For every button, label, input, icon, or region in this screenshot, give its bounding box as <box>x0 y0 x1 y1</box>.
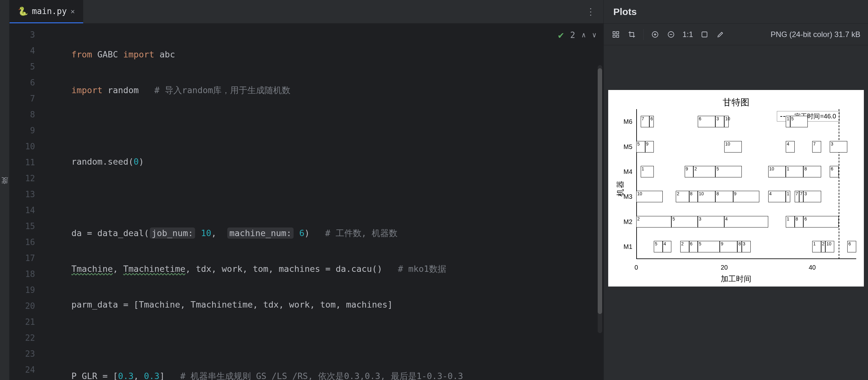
code-line: Tmachine, Tmachinetime, tdx, work, tom, … <box>44 261 603 277</box>
chart-ytick: M5 <box>623 143 632 150</box>
gantt-bar: 6 <box>689 241 698 252</box>
svg-rect-1 <box>617 32 619 34</box>
code-line <box>44 332 603 348</box>
gantt-bar: 9 <box>645 141 654 152</box>
tool-window-strip[interactable]: 度 <box>0 0 9 380</box>
editor-body[interactable]: 3 4 5 6 7 8 9 10 11 12 13 14 15 16 17 18… <box>9 24 603 380</box>
line-number: 8 <box>9 107 44 122</box>
line-number: 20 <box>9 298 44 314</box>
chart-finish-line <box>839 109 839 259</box>
prev-problem-icon[interactable]: ∧ <box>582 31 586 39</box>
chart-xtick: 20 <box>721 264 728 271</box>
plots-tool-window: Plots 1:1 PNG (24-bit color) 31.7 kB 甘特图… <box>603 0 868 380</box>
gantt-bar: 7 <box>641 116 650 127</box>
line-number: 21 <box>9 314 44 330</box>
gantt-bar: 9 <box>720 241 737 252</box>
gantt-bar: 10 <box>724 141 742 152</box>
line-number: 9 <box>9 122 44 139</box>
gantt-bar: 1 <box>641 166 654 177</box>
gantt-bar: 2 <box>693 166 715 177</box>
svg-rect-6 <box>702 32 707 37</box>
edit-icon[interactable] <box>716 31 725 38</box>
next-problem-icon[interactable]: ∨ <box>592 31 596 39</box>
code-line: from GABC import abc <box>44 47 603 62</box>
file-tab-main-py[interactable]: 🐍 main.py ✕ <box>9 0 83 23</box>
gantt-bar: 3 <box>698 216 724 228</box>
gantt-bar: 4 <box>724 216 768 228</box>
zoom-in-icon[interactable] <box>651 31 659 38</box>
gantt-bar: 7 <box>812 141 821 152</box>
gantt-bar: 8 <box>737 241 742 252</box>
line-number: 10 <box>9 139 44 154</box>
gantt-bar: 1 <box>786 216 795 228</box>
gantt-bar: 2 <box>680 241 689 252</box>
line-number: 4 <box>9 43 44 59</box>
chart-xtick: 0 <box>634 264 638 271</box>
gantt-bar: 2 <box>636 216 671 228</box>
settings-icon[interactable] <box>700 31 709 38</box>
gantt-bar: 5 <box>715 166 742 177</box>
code-line: parm_data = [Tmachine, Tmachinetime, tdx… <box>44 297 603 313</box>
gantt-bar: 9 <box>685 166 694 177</box>
code-area[interactable]: from GABC import abc import random # 导入r… <box>44 24 603 380</box>
svg-rect-2 <box>613 35 615 37</box>
editor-scrollbar-thumb[interactable] <box>598 68 602 314</box>
gantt-bar: 4 <box>768 191 786 202</box>
editor-tab-bar: 🐍 main.py ✕ ⋮ <box>9 0 603 24</box>
code-line: P_GLR = [0.3, 0.3] # 机器串生成规则 GS /LS /RS,… <box>44 368 603 380</box>
gantt-bar: 10 <box>698 191 715 202</box>
plots-body: 甘特图 机器 加工时间 完工时间=46.0 M1M2M3M4M5M6020405… <box>604 45 868 380</box>
plot-canvas[interactable]: 甘特图 机器 加工时间 完工时间=46.0 M1M2M3M4M5M6020405… <box>608 90 864 287</box>
line-number: 3 <box>9 27 44 43</box>
plot-file-info: PNG (24-bit color) 31.7 kB <box>771 30 860 39</box>
line-number: 16 <box>9 234 44 250</box>
toolbar-separator <box>643 29 644 40</box>
gantt-bar: 4 <box>786 141 795 152</box>
gantt-bar: 10 <box>768 166 786 177</box>
zoom-ratio[interactable]: 1:1 <box>682 30 693 39</box>
gantt-bar: 1 <box>812 241 821 252</box>
svg-rect-0 <box>613 32 615 34</box>
line-number: 5 <box>9 59 44 75</box>
gantt-bar: 8 <box>803 166 821 177</box>
line-number: 11 <box>9 154 44 170</box>
gantt-bar: 3 <box>830 141 847 152</box>
chart-xtick: 40 <box>809 264 816 271</box>
chart-ytick: M4 <box>623 168 632 175</box>
code-line: random.seed(0) <box>44 154 603 170</box>
line-number: 19 <box>9 282 44 298</box>
editor-inspection-widget[interactable]: ✔ 2 ∧ ∨ <box>558 29 596 40</box>
gantt-bar: 3 <box>715 116 724 127</box>
editor-main: 🐍 main.py ✕ ⋮ 3 4 5 6 7 8 9 10 11 12 13 … <box>9 0 603 380</box>
line-number: 17 <box>9 250 44 266</box>
line-number-gutter: 3 4 5 6 7 8 9 10 11 12 13 14 15 16 17 18… <box>9 24 44 380</box>
gantt-bar: 2 <box>676 191 689 202</box>
gantt-bar: 8 <box>689 191 698 202</box>
problem-count: 2 <box>570 30 576 40</box>
grid-icon[interactable] <box>611 31 620 38</box>
gantt-bar: 6 <box>847 241 856 252</box>
gantt-bar: 10 <box>636 191 663 202</box>
gantt-bar: 6 <box>649 116 654 127</box>
chart-title: 甘特图 <box>608 96 864 109</box>
close-icon[interactable]: ✕ <box>71 7 75 15</box>
gantt-bar: 5 <box>654 241 663 252</box>
gantt-bar: 9 <box>733 191 760 202</box>
tab-more-icon[interactable]: ⋮ <box>578 6 603 17</box>
gantt-bar: 7 <box>799 191 804 202</box>
zoom-out-icon[interactable] <box>666 31 676 38</box>
line-number: 6 <box>9 75 44 91</box>
gantt-bar: 10 <box>825 241 834 252</box>
python-file-icon: 🐍 <box>18 6 28 16</box>
plots-panel-title: Plots <box>604 0 868 24</box>
gantt-bar: 8 <box>715 191 733 202</box>
line-number: 7 <box>9 91 44 107</box>
code-line <box>44 118 603 134</box>
gantt-bar: 8 <box>795 216 804 228</box>
line-number: 12 <box>9 170 44 186</box>
line-number: 13 <box>9 186 44 202</box>
line-number: 24 <box>9 362 44 378</box>
code-line: import random # 导入random库，用于生成随机数 <box>44 82 603 98</box>
gantt-bar: 2 <box>821 241 826 252</box>
crop-icon[interactable] <box>627 31 636 38</box>
